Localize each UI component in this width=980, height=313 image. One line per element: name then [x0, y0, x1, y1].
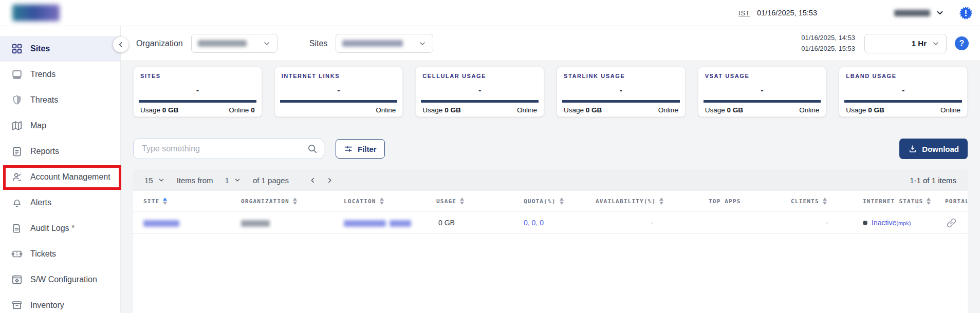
portal-link-icon[interactable] [945, 218, 957, 228]
sort-arrows-icon[interactable] [460, 198, 464, 205]
table-toolbar: Filter Download [133, 139, 968, 159]
notification-badge-icon[interactable] [959, 6, 973, 20]
organization-label: Organization [136, 39, 183, 48]
stat-card-internet-links: INTERNET LINKS - Online [274, 67, 403, 117]
card-title: STARLINK USAGE [564, 73, 678, 79]
sidebar-item-sw-configuration[interactable]: S/W Configuration [0, 267, 120, 292]
sidebar-item-label: S/W Configuration [30, 275, 97, 284]
items-range-label: 1-1 of 1 items [910, 176, 956, 185]
stat-cards-row: SITES - Usage 0 GB Online 0 INTERNET LIN… [133, 67, 968, 117]
sites-select[interactable] [336, 34, 433, 53]
card-title: VSAT USAGE [705, 73, 820, 79]
monitor-icon [11, 69, 23, 80]
card-usage: Usage 0 GB [140, 106, 178, 114]
sidebar-item-inventory[interactable]: Inventory [0, 292, 120, 313]
card-value: - [416, 86, 544, 95]
sites-value-redacted [342, 40, 403, 47]
column-header-availability[interactable]: AVAILABILITY(%) [596, 198, 709, 205]
column-header-location[interactable]: LOCATION [344, 198, 436, 205]
sidebar-item-account-management[interactable]: Account Management [0, 164, 120, 190]
chevron-down-icon [932, 40, 940, 48]
download-button[interactable]: Download [899, 139, 968, 159]
site-link-redacted[interactable] [143, 219, 241, 227]
sliders-icon [344, 144, 353, 153]
page-size-select[interactable]: 15 [144, 176, 165, 185]
organization-value-redacted [198, 40, 247, 47]
search-icon [307, 143, 318, 154]
column-header-quota[interactable]: QUOTA(%) [524, 198, 596, 205]
timezone-link[interactable]: IST [738, 9, 750, 17]
card-divider-bar [421, 100, 539, 103]
column-header-clients[interactable]: CLIENTS [791, 198, 863, 205]
sidebar-item-label: Alerts [30, 198, 51, 207]
user-menu[interactable] [894, 8, 945, 17]
column-header-top-apps: TOP APPS [709, 198, 791, 205]
sidebar-item-trends[interactable]: Trends [0, 62, 120, 87]
user-name-redacted [894, 10, 930, 16]
range-end-datetime: 01/16/2025, 15:53 [801, 44, 855, 54]
search-input[interactable] [133, 139, 324, 159]
column-header-site[interactable]: SITE [143, 198, 241, 205]
organization-cell-redacted [241, 219, 344, 227]
pages-count-label: of 1 pages [253, 176, 289, 185]
location-link-redacted[interactable] [344, 219, 436, 227]
sidebar-item-threats[interactable]: Threats [0, 87, 120, 113]
sort-arrows-icon[interactable] [823, 198, 827, 205]
card-online: Online [658, 106, 678, 114]
range-start-datetime: 01/16/2025, 14:53 [801, 33, 855, 43]
page-number-select[interactable]: 1 [225, 176, 241, 185]
sidebar-item-tickets[interactable]: Tickets [0, 241, 120, 267]
sort-arrows-icon[interactable] [293, 198, 297, 205]
sidebar-item-label: Audit Logs * [30, 224, 75, 233]
download-icon [908, 144, 917, 153]
sidebar-item-sites[interactable]: Sites [0, 36, 120, 62]
map-icon [11, 120, 23, 131]
internet-status-cell: Inactive(mpk) [863, 219, 945, 227]
quota-link[interactable]: 0, 0, 0 [524, 219, 596, 227]
sidebar-item-audit-logs[interactable]: Audit Logs * [0, 216, 120, 241]
availability-cell: - [596, 219, 709, 227]
sidebar-item-map[interactable]: Map [0, 113, 120, 139]
sort-arrows-icon[interactable] [560, 198, 564, 205]
sidebar-item-label: Tickets [30, 249, 56, 259]
content-area: SITES - Usage 0 GB Online 0 INTERNET LIN… [121, 61, 980, 313]
sidebar-item-label: Sites [30, 44, 50, 53]
sidebar-item-alerts[interactable]: Alerts [0, 190, 120, 216]
card-usage: Usage 0 GB [422, 106, 460, 114]
card-value: - [557, 86, 685, 95]
chevron-down-icon [418, 40, 427, 48]
column-header-internet-status[interactable]: INTERNET STATUS [863, 198, 945, 205]
sites-label: Sites [309, 39, 328, 48]
help-icon[interactable]: ? [955, 36, 969, 50]
table-header-row: SITE ORGANIZATION LOCATION USAGE [133, 191, 968, 211]
card-online: Online 0 [229, 106, 254, 114]
sidebar-item-label: Trends [30, 70, 56, 79]
status-link[interactable]: Inactive(mpk) [872, 219, 911, 227]
sort-arrows-icon[interactable] [659, 198, 663, 205]
current-datetime: 01/16/2025, 15:53 [757, 9, 817, 17]
card-value: - [134, 86, 262, 95]
card-online: Online [799, 106, 819, 114]
filter-button[interactable]: Filter [336, 139, 385, 159]
card-divider-bar [280, 100, 398, 103]
organization-select[interactable] [191, 34, 278, 53]
prev-page-button[interactable] [309, 177, 317, 184]
status-dot-icon [863, 221, 867, 225]
column-header-organization[interactable]: ORGANIZATION [241, 198, 344, 205]
sidebar-collapse-button[interactable] [113, 37, 128, 52]
chevron-down-icon [263, 40, 271, 48]
next-page-button[interactable] [326, 177, 334, 184]
sort-arrows-icon[interactable] [927, 198, 931, 205]
sort-arrows-icon[interactable] [163, 198, 167, 205]
app-window: IST 01/16/2025, 15:53 Sites [0, 0, 980, 313]
column-header-usage[interactable]: USAGE [436, 198, 524, 205]
clients-cell: - [791, 219, 863, 227]
sort-arrows-icon[interactable] [380, 198, 384, 205]
sites-table: 15 Items from 1 of 1 pages [133, 169, 968, 313]
usage-cell: 0 GB [436, 219, 524, 227]
document-icon [11, 223, 23, 234]
card-value: - [698, 86, 826, 95]
card-title: LBAND USAGE [846, 73, 960, 79]
time-range-select[interactable]: 1 Hr [864, 34, 947, 53]
sidebar-item-reports[interactable]: Reports [0, 139, 120, 164]
